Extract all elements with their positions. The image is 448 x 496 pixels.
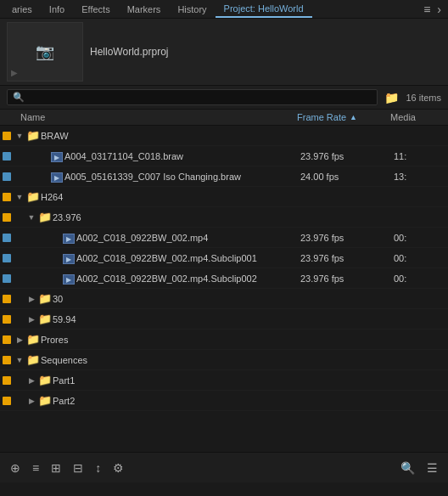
row-framerate: 23.976 fps xyxy=(300,273,394,284)
row-color-bar xyxy=(0,309,14,329)
row-framerate: 24.00 fps xyxy=(300,172,394,182)
col-name-header[interactable]: Name xyxy=(20,112,297,122)
row-label: Part2 xyxy=(53,396,300,406)
row-color-bar xyxy=(0,228,14,247)
row-label: Sequences xyxy=(41,355,300,365)
expand-arrow-icon[interactable]: ▼ xyxy=(14,193,25,201)
expand-arrow-icon[interactable]: ▶ xyxy=(14,335,25,344)
play-icon: ▶ xyxy=(11,68,18,77)
row-label: A005_05161339_C007 Iso Changing.braw xyxy=(64,172,300,182)
expand-arrow-icon[interactable]: ▼ xyxy=(25,213,37,222)
folder-icon: 📁 xyxy=(37,313,53,325)
tree-row[interactable]: ▶A002_C018_0922BW_002.mp4.Subclip00223.9… xyxy=(0,268,448,289)
row-label: A002_C018_0922BW_002.mp4 xyxy=(76,233,300,243)
panel-menu-icon[interactable]: ≡ xyxy=(420,3,434,16)
tree-row[interactable]: ▼📁H264 xyxy=(0,187,448,207)
tab-source[interactable]: aries xyxy=(3,2,41,17)
tree-row[interactable]: ▶📁30 xyxy=(0,289,448,309)
tree-row[interactable]: ▶📁59.94 xyxy=(0,309,448,330)
row-media: 00: xyxy=(394,253,445,263)
folder-icon: 📁 xyxy=(37,394,53,407)
expand-arrow-icon[interactable]: ▼ xyxy=(14,132,25,140)
folder-icon: 📁 xyxy=(37,292,53,305)
tab-history[interactable]: History xyxy=(169,2,215,17)
project-name: HelloWorld.prproj xyxy=(90,46,168,58)
expand-arrow-icon[interactable]: ▶ xyxy=(25,315,37,324)
list-icon[interactable]: ☰ xyxy=(423,459,441,476)
tree-row[interactable]: ▶📁Part1 xyxy=(0,370,448,391)
tab-effects[interactable]: Effects xyxy=(73,2,118,17)
list-header: Name Frame Rate ▲ Media xyxy=(0,110,448,126)
grid-view-icon[interactable]: ⊞ xyxy=(48,459,64,476)
tree-row[interactable]: ▶A005_05161339_C007 Iso Changing.braw24.… xyxy=(0,166,448,187)
expand-arrow-icon[interactable]: ▶ xyxy=(25,376,37,385)
col-framerate-header[interactable]: Frame Rate ▲ xyxy=(297,112,390,122)
file-icon: ▶ xyxy=(49,171,64,183)
folder-icon: 📁 xyxy=(37,374,53,386)
row-label: A004_03171104_C018.braw xyxy=(64,151,300,161)
item-count: 16 items xyxy=(406,93,441,103)
row-media: 13: xyxy=(394,172,445,182)
search-bottom-icon[interactable]: 🔍 xyxy=(397,459,418,476)
project-header: 📷 ▶ HelloWorld.prproj xyxy=(0,19,448,86)
row-framerate: 23.976 fps xyxy=(300,253,394,263)
folder-icon: 📁 xyxy=(37,211,53,223)
folder-icon: 📁 xyxy=(25,129,41,142)
row-label: Part1 xyxy=(53,375,300,386)
list-view-icon[interactable]: ≡ xyxy=(29,459,42,476)
search-icon: 🔍 xyxy=(13,92,25,103)
row-color-bar xyxy=(0,268,14,288)
expand-arrow-icon[interactable]: ▶ xyxy=(25,397,37,405)
row-color-bar xyxy=(0,187,14,206)
tree-row[interactable]: ▶A002_C018_0922BW_002.mp423.976 fps00: xyxy=(0,228,448,248)
row-color-bar xyxy=(0,391,14,410)
search-bar: 🔍 📁 16 items xyxy=(0,86,448,110)
row-label: Prores xyxy=(41,335,300,345)
folder-icon: 📁 xyxy=(25,190,41,203)
row-label: A002_C018_0922BW_002.mp4.Subclip001 xyxy=(76,253,300,263)
row-media: 00: xyxy=(394,273,445,284)
settings-btn[interactable]: ⚙ xyxy=(109,459,127,476)
col-media-header[interactable]: Media xyxy=(390,112,441,122)
freeform-view-icon[interactable]: ⊟ xyxy=(70,459,87,476)
expand-arrow-icon[interactable]: ▼ xyxy=(14,356,25,364)
row-framerate: 23.976 fps xyxy=(300,233,394,243)
tree-row[interactable]: ▶A004_03171104_C018.braw23.976 fps11: xyxy=(0,146,448,166)
row-label: 23.976 xyxy=(53,212,300,223)
row-color-bar xyxy=(0,248,14,268)
tree-row[interactable]: ▶📁Part2 xyxy=(0,391,448,411)
tab-markers[interactable]: Markers xyxy=(119,2,170,17)
row-label: A002_C018_0922BW_002.mp4.Subclip002 xyxy=(76,273,300,284)
file-icon: ▶ xyxy=(49,150,64,162)
tree-row[interactable]: ▼📁23.976 xyxy=(0,207,448,228)
row-label: 59.94 xyxy=(53,314,300,324)
panel-close-icon[interactable]: › xyxy=(434,3,445,16)
sort-btn[interactable]: ↕ xyxy=(92,459,104,476)
folder-icon: 📁 xyxy=(25,353,41,366)
new-item-icon[interactable]: ⊕ xyxy=(7,459,24,476)
folder-icon: 📁 xyxy=(25,333,41,346)
tree-row[interactable]: ▼📁Sequences xyxy=(0,350,448,370)
row-label: H264 xyxy=(41,192,300,202)
project-thumbnail: 📷 ▶ xyxy=(7,22,83,82)
file-icon: ▶ xyxy=(61,232,76,244)
row-media: 00: xyxy=(394,233,445,243)
search-input-wrap[interactable]: 🔍 xyxy=(7,89,378,105)
tab-info[interactable]: Info xyxy=(41,2,73,17)
camera-icon: 📷 xyxy=(36,42,54,61)
search-input[interactable] xyxy=(28,93,372,103)
tab-project[interactable]: Project: HelloWorld xyxy=(216,1,312,18)
file-icon: ▶ xyxy=(61,273,76,285)
row-color-bar xyxy=(0,126,14,145)
row-color-bar xyxy=(0,289,14,308)
sort-arrow-icon: ▲ xyxy=(350,113,357,121)
expand-arrow-icon[interactable]: ▶ xyxy=(25,295,37,303)
tree-row[interactable]: ▼📁BRAW xyxy=(0,126,448,146)
row-framerate: 23.976 fps xyxy=(300,151,394,161)
tree-row[interactable]: ▶A002_C018_0922BW_002.mp4.Subclip00123.9… xyxy=(0,248,448,268)
tree-row[interactable]: ▶📁Prores xyxy=(0,330,448,350)
row-label: 30 xyxy=(53,294,300,304)
row-color-bar xyxy=(0,146,14,166)
new-bin-icon[interactable]: 📁 xyxy=(384,91,399,104)
row-media: 11: xyxy=(394,151,445,161)
